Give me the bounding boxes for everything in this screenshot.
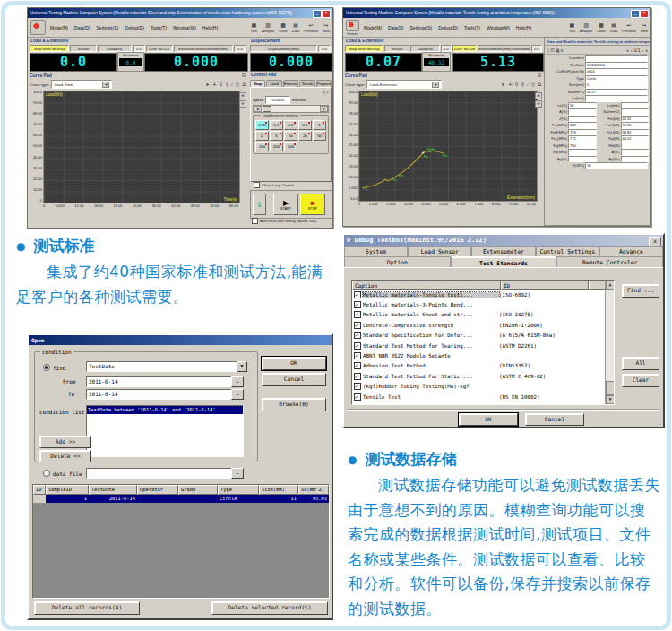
slider-thumb[interactable] bbox=[263, 106, 271, 112]
field-input[interactable]: 0001 bbox=[585, 68, 648, 75]
data-file-browse-button[interactable]: … bbox=[231, 468, 244, 479]
menu-item[interactable]: Help(H) bbox=[202, 25, 218, 30]
menu-item[interactable]: Window(W) bbox=[487, 25, 510, 30]
column-id[interactable]: ID bbox=[501, 281, 589, 290]
speed-preset-button[interactable]: 0.2 bbox=[284, 120, 297, 130]
data-file-input[interactable] bbox=[86, 468, 235, 479]
toolbar-button[interactable]: ↪ Next bbox=[323, 22, 330, 33]
menu-item[interactable]: Data(D) bbox=[388, 25, 404, 30]
close-button[interactable]: × bbox=[322, 10, 331, 18]
ok-button[interactable]: OK bbox=[262, 357, 326, 370]
speed-preset-button[interactable]: 2 bbox=[255, 131, 269, 141]
debug-tab[interactable]: Option bbox=[344, 256, 451, 267]
menu-item[interactable]: Debug(D) bbox=[125, 25, 144, 30]
browse-button[interactable]: Browse(B) bbox=[262, 398, 326, 411]
field-input[interactable]: 40.22 bbox=[621, 135, 650, 143]
start-button[interactable]: ▶ START bbox=[273, 194, 298, 215]
checkbox-checked-icon[interactable]: ✓ bbox=[354, 362, 361, 369]
standard-row[interactable]: ✓ Tensile Test (BS EN 10002) bbox=[352, 392, 614, 402]
cancel-button[interactable]: Cancel bbox=[262, 373, 326, 386]
close-button[interactable]: x bbox=[649, 237, 661, 246]
checkbox-checked-icon[interactable]: ✓ bbox=[354, 291, 361, 298]
table-column-header[interactable]: So(mm^2) bbox=[298, 485, 329, 495]
speed-slider[interactable]: ◂ ▸ bbox=[253, 105, 329, 113]
menu-item[interactable]: Mode(M) bbox=[50, 25, 68, 30]
control-pad-icons[interactable]: ⎗ ▸ bbox=[253, 90, 329, 96]
nav-last-icon[interactable]: » bbox=[645, 48, 648, 53]
condition-list[interactable]: TestDate between '2011-6-14' and '2011-6… bbox=[86, 405, 244, 457]
menu-item[interactable]: Tools(T) bbox=[464, 25, 480, 30]
field-input[interactable]: 16 bbox=[585, 162, 648, 169]
nav-first-icon[interactable]: « bbox=[626, 48, 629, 53]
menu-item[interactable]: Data(D) bbox=[74, 25, 90, 30]
table-column-header[interactable]: Size(mm) bbox=[259, 485, 298, 495]
checkbox-checked-icon[interactable]: ✓ bbox=[354, 301, 361, 308]
close-button[interactable]: × bbox=[640, 10, 649, 18]
speed-preset-button[interactable]: 500 bbox=[284, 142, 297, 151]
field-input[interactable]: 38.82 bbox=[621, 129, 650, 136]
plot-zoom-buttons[interactable]: ⊞✣ bbox=[535, 92, 542, 108]
toolbar-button[interactable]: ▦ Test bbox=[251, 22, 257, 33]
field-input[interactable] bbox=[621, 149, 650, 156]
debug-tab[interactable]: Load Sensor bbox=[408, 246, 471, 256]
field-input[interactable] bbox=[621, 156, 650, 163]
toolbar-button[interactable]: ↪ Next bbox=[641, 22, 648, 33]
delete-all-button[interactable]: Delete all records(A) bbox=[34, 601, 140, 615]
toolbar-button[interactable]: ▥ Analyze bbox=[580, 22, 592, 33]
close-loop-checkbox[interactable]: Close Loop Control bbox=[254, 182, 294, 188]
field-input[interactable]: 793 bbox=[568, 129, 597, 136]
table-column-header[interactable]: TestDate bbox=[89, 485, 137, 495]
standard-row[interactable]: ✓ ABNT NBR 8522 Modulo Secante bbox=[352, 350, 614, 360]
standard-row[interactable]: ✓ Concrete-Compressive strength (EN206-1… bbox=[352, 320, 614, 330]
speed-preset-button[interactable]: 10 bbox=[284, 131, 297, 141]
from-input[interactable]: 2011-6-14 bbox=[86, 376, 235, 387]
speed-preset-button[interactable]: 200 bbox=[270, 142, 283, 151]
curve-pad-window-icons[interactable]: ⊟ bbox=[242, 73, 246, 78]
speed-preset-button[interactable]: 0.05 bbox=[255, 120, 269, 130]
toolbar-button[interactable]: ▤ Data bbox=[292, 22, 299, 33]
speed-preset-button[interactable]: 20 bbox=[298, 131, 312, 141]
cancel-button[interactable]: Cancel bbox=[525, 413, 584, 426]
delete-selected-button[interactable]: Delete selected record(S) bbox=[211, 601, 328, 615]
find-button[interactable]: Find ... bbox=[622, 284, 659, 298]
checkbox-checked-icon[interactable]: ✓ bbox=[354, 393, 361, 401]
toolbar-button[interactable]: ↩ Previous bbox=[622, 22, 636, 33]
speed-preset-button[interactable]: 0.1 bbox=[270, 120, 283, 130]
checkbox-checked-icon[interactable]: ✓ bbox=[354, 332, 361, 339]
debug-tab[interactable]: Extensometer bbox=[471, 246, 535, 256]
toolbar-button[interactable]: ▩ Clear bbox=[597, 22, 606, 33]
column-caption[interactable]: Caption bbox=[352, 281, 501, 290]
field-input[interactable] bbox=[568, 156, 597, 163]
condition-list-selected-row[interactable]: TestDate between '2011-6-14' and '2011-6… bbox=[87, 406, 243, 414]
checkbox-checked-icon[interactable]: ✓ bbox=[354, 352, 361, 359]
field-input[interactable]: 40.32 bbox=[621, 116, 650, 123]
standard-row[interactable]: ✓ Standard Test Method for Tearing... (A… bbox=[352, 341, 614, 350]
field-input[interactable]: 772 bbox=[568, 135, 597, 143]
standard-row[interactable]: ✓ Standard Test Method For Static ... (A… bbox=[352, 371, 614, 381]
to-input[interactable]: 2011-6-14 bbox=[86, 389, 235, 400]
speed-input[interactable]: 0.0500 bbox=[265, 96, 290, 104]
field-input[interactable]: 802 bbox=[568, 122, 597, 129]
list-scrollbar[interactable]: ▲ ▼ bbox=[605, 281, 614, 404]
field-input[interactable] bbox=[568, 149, 597, 156]
toolbar-button[interactable]: ▤ Data bbox=[610, 22, 617, 33]
field-input[interactable] bbox=[621, 143, 650, 150]
field-input[interactable]: 760 bbox=[568, 143, 597, 150]
standard-row[interactable]: ✓ (kgf)Rubber Tubing Testing(MA)-kgf bbox=[352, 382, 614, 392]
speed-preset-button[interactable]: 5 bbox=[270, 131, 283, 141]
field-input[interactable]: 12/13/2014 bbox=[585, 62, 648, 69]
standard-row[interactable]: ✓ Standard Specification for Defor... (A… bbox=[352, 331, 614, 341]
nav-next-icon[interactable]: › bbox=[642, 48, 644, 53]
debug-tab[interactable]: Remote Controler bbox=[556, 256, 663, 267]
field-input[interactable] bbox=[621, 108, 650, 116]
table-column-header[interactable]: ID bbox=[33, 485, 46, 495]
standard-row[interactable]: ✓ Metallic materials-Sheet and str... (I… bbox=[352, 310, 614, 320]
debug-tab[interactable]: Test Standards bbox=[451, 256, 557, 267]
toolbar-button[interactable]: ▩ Clear bbox=[279, 22, 288, 33]
menu-item[interactable]: Mode(M) bbox=[364, 25, 382, 30]
clear-button[interactable]: Clear bbox=[622, 374, 659, 387]
table-column-header[interactable]: Type bbox=[218, 485, 259, 495]
all-button[interactable]: All bbox=[622, 357, 659, 370]
field-input[interactable] bbox=[585, 95, 648, 102]
table-row-selected[interactable]: 12011-6-14Circle1195.03 bbox=[33, 495, 329, 503]
